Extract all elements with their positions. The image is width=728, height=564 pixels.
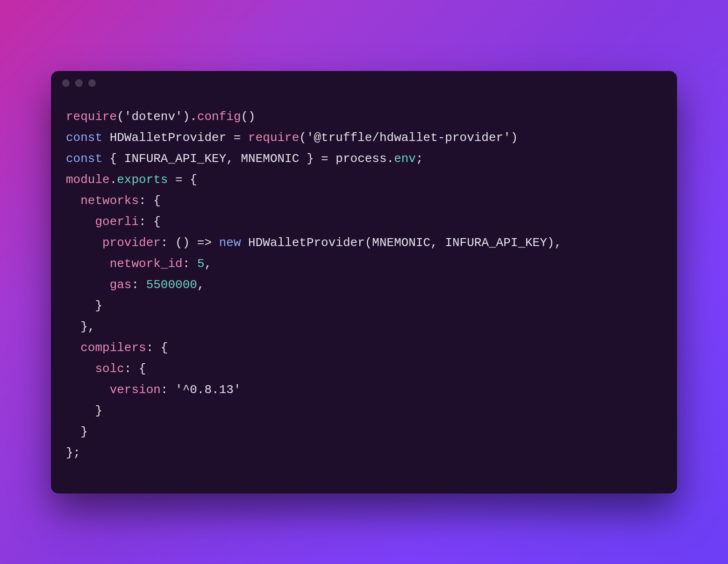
object-key: networks [80, 194, 139, 208]
code-line: networks: { [66, 190, 662, 212]
identifier: HDWalletProvider [110, 131, 227, 145]
module-keyword: module [66, 173, 110, 187]
code-line: goerli: { [66, 212, 662, 233]
code-line: gas: 5500000, [66, 275, 662, 296]
object-key: gas [110, 278, 132, 292]
close-brace: }, [80, 320, 95, 334]
close-brace: } [80, 425, 88, 439]
code-line: const HDWalletProvider = require('@truff… [66, 127, 662, 148]
require-call: require [66, 110, 117, 124]
code-line: } [66, 296, 662, 317]
window-close-icon[interactable] [62, 79, 70, 87]
number-literal: 5 [197, 257, 205, 271]
string-literal: 'dotenv' [124, 110, 183, 124]
string-literal: '@truffle/hdwallet-provider' [307, 131, 511, 145]
code-line: solc: { [66, 359, 662, 380]
code-line: } [66, 401, 662, 422]
string-literal: '^0.8.13' [175, 383, 241, 397]
object-key: provider [102, 236, 161, 250]
object-key: goerli [95, 215, 139, 229]
code-line: } [66, 422, 662, 443]
identifier: MNEMONIC [372, 236, 430, 250]
const-keyword: const [66, 152, 102, 166]
identifier: INFURA_API_KEY [124, 152, 226, 166]
code-line: }, [66, 317, 662, 338]
code-line: module.exports = { [66, 169, 662, 190]
code-line: version: '^0.8.13' [66, 380, 662, 401]
code-window: require('dotenv').config() const HDWalle… [51, 71, 677, 494]
code-line: }; [66, 443, 662, 464]
close-brace: } [95, 299, 102, 313]
window-minimize-icon[interactable] [75, 79, 83, 87]
window-maximize-icon[interactable] [88, 79, 96, 87]
titlebar [51, 71, 677, 95]
object-key: compilers [80, 341, 146, 355]
identifier: process [335, 152, 386, 166]
code-line: provider: () => new HDWalletProvider(MNE… [66, 233, 662, 254]
code-line: const { INFURA_API_KEY, MNEMONIC } = pro… [66, 148, 662, 169]
object-key: network_id [110, 257, 183, 271]
identifier: MNEMONIC [241, 152, 299, 166]
object-key: solc [95, 362, 124, 376]
code-line: compilers: { [66, 338, 662, 359]
method-call: config [197, 110, 241, 124]
new-keyword: new [219, 236, 241, 250]
code-content: require('dotenv').config() const HDWalle… [51, 95, 677, 494]
const-keyword: const [66, 131, 102, 145]
property: env [394, 152, 416, 166]
object-key: version [110, 383, 161, 397]
code-line: require('dotenv').config() [66, 106, 662, 127]
exports-property: exports [117, 173, 168, 187]
number-literal: 5500000 [146, 278, 197, 292]
class-name: HDWalletProvider [248, 236, 365, 250]
close-brace: }; [66, 446, 80, 460]
code-line: network_id: 5, [66, 254, 662, 275]
require-call: require [248, 131, 299, 145]
identifier: INFURA_API_KEY [445, 236, 547, 250]
close-brace: } [95, 404, 102, 418]
